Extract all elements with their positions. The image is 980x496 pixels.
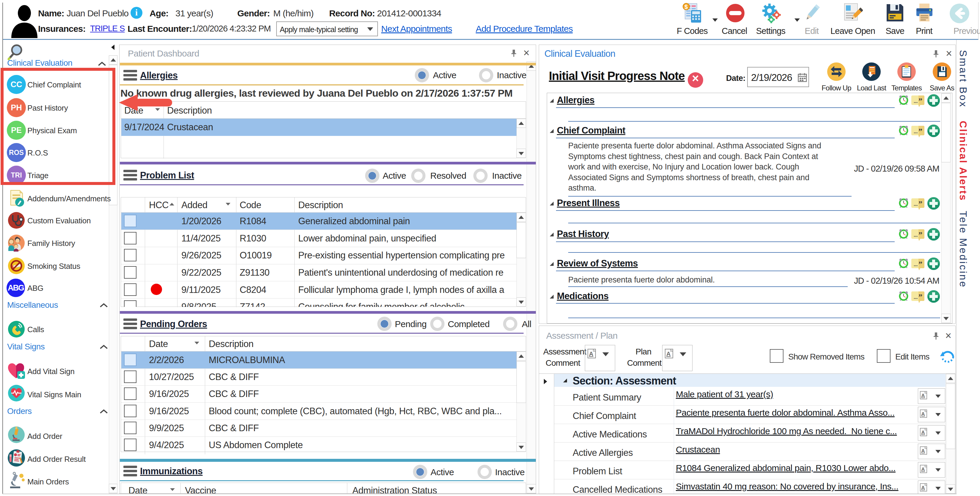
svg-text:$: $ [684, 3, 688, 10]
